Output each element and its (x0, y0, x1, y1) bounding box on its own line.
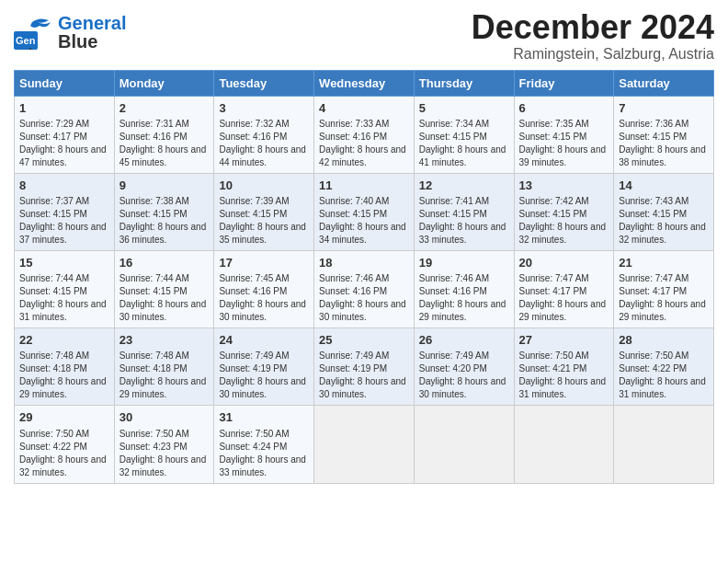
calendar-week: 29Sunrise: 7:50 AMSunset: 4:22 PMDayligh… (15, 406, 714, 483)
day-number: 10 (219, 178, 309, 194)
day-info: Sunrise: 7:44 AMSunset: 4:15 PMDaylight:… (19, 272, 109, 324)
day-info: Sunrise: 7:43 AMSunset: 4:15 PMDaylight:… (619, 195, 709, 247)
table-row (314, 406, 415, 483)
day-number: 13 (519, 178, 609, 194)
day-info: Sunrise: 7:39 AMSunset: 4:15 PMDaylight:… (219, 195, 309, 247)
table-row: 23Sunrise: 7:48 AMSunset: 4:18 PMDayligh… (114, 328, 214, 406)
day-number: 16 (119, 255, 210, 271)
calendar-table: Sunday Monday Tuesday Wednesday Thursday… (14, 70, 714, 484)
table-row: 5Sunrise: 7:34 AMSunset: 4:15 PMDaylight… (414, 96, 514, 173)
table-row: 24Sunrise: 7:49 AMSunset: 4:19 PMDayligh… (214, 328, 314, 406)
day-number: 30 (119, 409, 210, 426)
table-row: 10Sunrise: 7:39 AMSunset: 4:15 PMDayligh… (214, 173, 314, 250)
calendar-week: 22Sunrise: 7:48 AMSunset: 4:18 PMDayligh… (15, 328, 714, 406)
day-info: Sunrise: 7:46 AMSunset: 4:16 PMDaylight:… (319, 272, 409, 324)
day-number: 27 (519, 332, 609, 349)
table-row: 21Sunrise: 7:47 AMSunset: 4:17 PMDayligh… (614, 250, 714, 327)
day-info: Sunrise: 7:37 AMSunset: 4:15 PMDaylight:… (19, 195, 109, 247)
table-row: 16Sunrise: 7:44 AMSunset: 4:15 PMDayligh… (114, 250, 214, 327)
day-info: Sunrise: 7:42 AMSunset: 4:15 PMDaylight:… (519, 195, 609, 247)
day-info: Sunrise: 7:34 AMSunset: 4:15 PMDaylight:… (419, 118, 509, 169)
day-info: Sunrise: 7:44 AMSunset: 4:15 PMDaylight:… (119, 272, 210, 324)
day-info: Sunrise: 7:50 AMSunset: 4:22 PMDaylight:… (619, 350, 709, 401)
table-row: 3Sunrise: 7:32 AMSunset: 4:16 PMDaylight… (214, 96, 314, 173)
day-info: Sunrise: 7:46 AMSunset: 4:16 PMDaylight:… (419, 272, 509, 324)
day-number: 19 (419, 255, 509, 271)
col-friday: Friday (514, 70, 614, 96)
day-info: Sunrise: 7:47 AMSunset: 4:17 PMDaylight:… (619, 272, 709, 324)
day-info: Sunrise: 7:48 AMSunset: 4:18 PMDaylight:… (119, 350, 210, 401)
day-number: 3 (219, 100, 309, 117)
day-number: 29 (19, 409, 109, 426)
day-info: Sunrise: 7:33 AMSunset: 4:16 PMDaylight:… (319, 118, 409, 169)
day-number: 2 (119, 100, 210, 117)
table-row: 4Sunrise: 7:33 AMSunset: 4:16 PMDaylight… (314, 96, 415, 173)
col-thursday: Thursday (414, 70, 514, 96)
day-number: 11 (319, 178, 409, 194)
table-row: 9Sunrise: 7:38 AMSunset: 4:15 PMDaylight… (114, 173, 214, 250)
table-row: 17Sunrise: 7:45 AMSunset: 4:16 PMDayligh… (214, 250, 314, 327)
day-number: 15 (19, 255, 109, 271)
table-row: 6Sunrise: 7:35 AMSunset: 4:15 PMDaylight… (514, 96, 614, 173)
title-area: December 2024 Ramingstein, Salzburg, Aus… (472, 9, 714, 63)
table-row: 30Sunrise: 7:50 AMSunset: 4:23 PMDayligh… (114, 406, 214, 483)
col-wednesday: Wednesday (314, 70, 415, 96)
svg-text:Gen: Gen (16, 35, 36, 46)
day-number: 5 (419, 100, 509, 117)
svg-text:eral: eral (14, 46, 32, 50)
day-number: 21 (619, 255, 709, 271)
day-number: 25 (319, 332, 409, 349)
day-number: 24 (219, 332, 309, 349)
day-info: Sunrise: 7:36 AMSunset: 4:15 PMDaylight:… (619, 118, 709, 169)
day-number: 17 (219, 255, 309, 271)
day-number: 14 (619, 178, 709, 194)
day-number: 9 (119, 178, 210, 194)
calendar-week: 8Sunrise: 7:37 AMSunset: 4:15 PMDaylight… (15, 173, 714, 250)
table-row: 1Sunrise: 7:29 AMSunset: 4:17 PMDaylight… (15, 96, 115, 173)
day-number: 12 (419, 178, 509, 194)
header-row: Sunday Monday Tuesday Wednesday Thursday… (15, 70, 714, 96)
day-info: Sunrise: 7:47 AMSunset: 4:17 PMDaylight:… (519, 272, 609, 324)
day-info: Sunrise: 7:48 AMSunset: 4:18 PMDaylight:… (19, 350, 109, 401)
table-row: 2Sunrise: 7:31 AMSunset: 4:16 PMDaylight… (114, 96, 214, 173)
day-number: 1 (19, 100, 109, 117)
table-row: 26Sunrise: 7:49 AMSunset: 4:20 PMDayligh… (414, 328, 514, 406)
day-number: 7 (619, 100, 709, 117)
table-row: 7Sunrise: 7:36 AMSunset: 4:15 PMDaylight… (614, 96, 714, 173)
table-row: 18Sunrise: 7:46 AMSunset: 4:16 PMDayligh… (314, 250, 415, 327)
table-row (514, 406, 614, 483)
day-info: Sunrise: 7:32 AMSunset: 4:16 PMDaylight:… (219, 118, 309, 169)
day-number: 31 (219, 409, 309, 426)
month-title: December 2024 (472, 9, 714, 46)
col-tuesday: Tuesday (214, 70, 314, 96)
day-number: 28 (619, 332, 709, 349)
logo-icon: Gen eral (14, 15, 54, 50)
table-row (614, 406, 714, 483)
logo: Gen eral General Blue (14, 14, 126, 51)
table-row: 28Sunrise: 7:50 AMSunset: 4:22 PMDayligh… (614, 328, 714, 406)
day-info: Sunrise: 7:50 AMSunset: 4:24 PMDaylight:… (219, 428, 309, 479)
day-number: 26 (419, 332, 509, 349)
day-number: 18 (319, 255, 409, 271)
table-row: 11Sunrise: 7:40 AMSunset: 4:15 PMDayligh… (314, 173, 415, 250)
header: Gen eral General Blue December 2024 Rami… (14, 9, 714, 63)
day-number: 22 (19, 332, 109, 349)
table-row: 15Sunrise: 7:44 AMSunset: 4:15 PMDayligh… (15, 250, 115, 327)
day-info: Sunrise: 7:45 AMSunset: 4:16 PMDaylight:… (219, 272, 309, 324)
day-info: Sunrise: 7:41 AMSunset: 4:15 PMDaylight:… (419, 195, 509, 247)
col-monday: Monday (114, 70, 214, 96)
table-row: 13Sunrise: 7:42 AMSunset: 4:15 PMDayligh… (514, 173, 614, 250)
calendar-week: 1Sunrise: 7:29 AMSunset: 4:17 PMDaylight… (15, 96, 714, 173)
table-row: 29Sunrise: 7:50 AMSunset: 4:22 PMDayligh… (15, 406, 115, 483)
calendar-week: 15Sunrise: 7:44 AMSunset: 4:15 PMDayligh… (15, 250, 714, 327)
day-info: Sunrise: 7:49 AMSunset: 4:20 PMDaylight:… (419, 350, 509, 401)
table-row: 8Sunrise: 7:37 AMSunset: 4:15 PMDaylight… (15, 173, 115, 250)
table-row: 27Sunrise: 7:50 AMSunset: 4:21 PMDayligh… (514, 328, 614, 406)
logo-general: General (58, 14, 126, 32)
table-row: 14Sunrise: 7:43 AMSunset: 4:15 PMDayligh… (614, 173, 714, 250)
day-info: Sunrise: 7:49 AMSunset: 4:19 PMDaylight:… (219, 350, 309, 401)
table-row: 19Sunrise: 7:46 AMSunset: 4:16 PMDayligh… (414, 250, 514, 327)
day-number: 8 (19, 178, 109, 194)
table-row: 25Sunrise: 7:49 AMSunset: 4:19 PMDayligh… (314, 328, 415, 406)
table-row (414, 406, 514, 483)
